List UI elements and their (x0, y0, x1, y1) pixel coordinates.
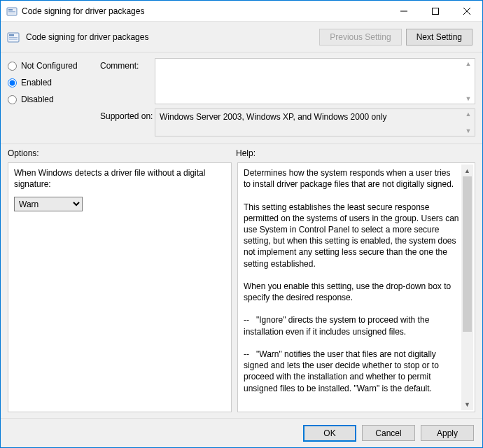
scroll-thumb[interactable] (463, 176, 472, 332)
signature-response-select[interactable]: IgnoreWarnBlock (14, 197, 83, 211)
supported-scrollbar[interactable]: ▲▼ (463, 111, 473, 134)
scroll-up-icon[interactable]: ▲ (461, 164, 473, 176)
help-panel: Determines how the system responds when … (237, 162, 475, 412)
subheader-title: Code signing for driver packages (26, 32, 148, 42)
scroll-down-icon: ▼ (465, 95, 472, 102)
svg-rect-1 (8, 9, 13, 10)
comment-label: Comment: (100, 58, 155, 71)
app-icon (6, 6, 18, 17)
next-setting-button[interactable]: Next Setting (406, 29, 472, 46)
comment-scrollbar[interactable]: ▲▼ (463, 60, 473, 102)
radio-disabled-label: Disabled (21, 94, 54, 104)
supported-on-value: Windows Server 2003, Windows XP, and Win… (160, 112, 387, 122)
svg-rect-3 (8, 13, 15, 13)
apply-button[interactable]: Apply (421, 425, 474, 441)
radio-enabled[interactable]: Enabled (8, 78, 92, 88)
scroll-up-icon: ▲ (465, 111, 472, 118)
dialog-footer: OK Cancel Apply (1, 418, 482, 447)
svg-rect-2 (8, 11, 15, 12)
comment-input[interactable]: ▲▼ (155, 58, 475, 104)
help-text: Determines how the system responds when … (244, 167, 459, 407)
cancel-button[interactable]: Cancel (362, 425, 415, 441)
ok-button[interactable]: OK (303, 425, 356, 442)
scroll-track[interactable] (461, 176, 473, 398)
svg-rect-9 (9, 34, 14, 36)
scroll-up-icon: ▲ (465, 60, 472, 67)
scroll-down-icon[interactable]: ▼ (461, 398, 473, 410)
radio-enabled-input[interactable] (8, 78, 17, 88)
help-scrollbar[interactable]: ▲ ▼ (461, 164, 473, 410)
options-section-label: Options: (8, 148, 236, 158)
radio-disabled[interactable]: Disabled (8, 94, 92, 104)
scroll-down-icon: ▼ (465, 127, 472, 134)
maximize-button[interactable] (419, 1, 451, 21)
radio-not-configured-label: Not Configured (21, 61, 78, 71)
policy-icon (6, 30, 20, 44)
radio-disabled-input[interactable] (8, 95, 17, 104)
supported-on-box: Windows Server 2003, Windows XP, and Win… (155, 108, 475, 136)
minimize-button[interactable] (388, 1, 419, 21)
titlebar: Code signing for driver packages (1, 1, 482, 22)
radio-not-configured-input[interactable] (8, 62, 17, 71)
state-radio-group: Not Configured Enabled Disabled (8, 58, 92, 136)
svg-rect-5 (432, 8, 438, 14)
main-panels: When Windows detects a driver file witho… (1, 162, 482, 418)
policy-editor-window: Code signing for driver packages Code si… (0, 0, 483, 448)
window-title: Code signing for driver packages (22, 6, 388, 16)
radio-enabled-label: Enabled (21, 78, 52, 88)
section-labels: Options: Help: (1, 144, 482, 162)
radio-not-configured[interactable]: Not Configured (8, 61, 92, 71)
previous-setting-button: Previous Setting (319, 29, 401, 46)
subheader: Code signing for driver packages Previou… (1, 22, 482, 52)
close-button[interactable] (451, 1, 482, 21)
options-panel: When Windows detects a driver file witho… (8, 162, 232, 412)
configuration-section: Not Configured Enabled Disabled Comment:… (1, 52, 482, 144)
supported-label: Supported on: (100, 108, 155, 121)
options-prompt: When Windows detects a driver file witho… (14, 167, 225, 190)
svg-rect-10 (9, 37, 18, 38)
help-section-label: Help: (236, 148, 475, 158)
svg-rect-11 (9, 38, 18, 39)
